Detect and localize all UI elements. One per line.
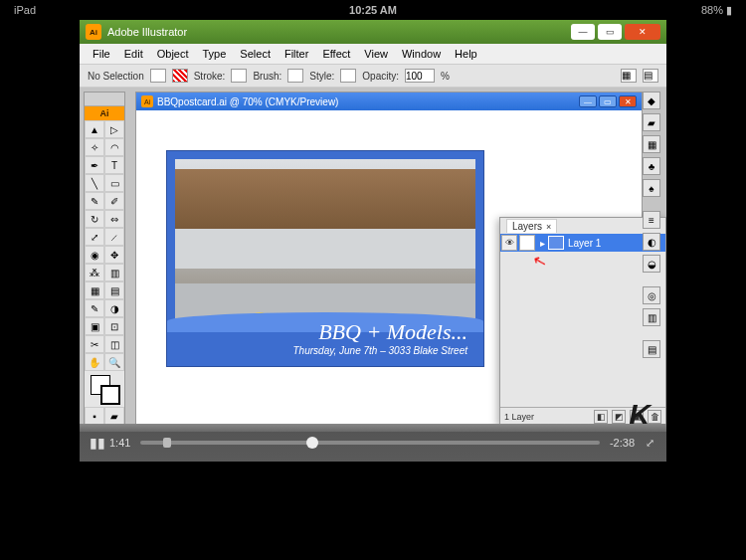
- document-title: BBQpostcard.ai @ 70% (CMYK/Preview): [157, 96, 577, 107]
- menu-window[interactable]: Window: [395, 48, 448, 60]
- postcard-subheading: Thursday, June 7th – 3033 Blake Street: [293, 345, 467, 356]
- crop-area-tool[interactable]: ⊡: [104, 317, 124, 335]
- mesh-tool[interactable]: ▦: [85, 281, 104, 299]
- doc-close-button[interactable]: ✕: [619, 95, 637, 107]
- gradient-mode-icon[interactable]: ▰: [104, 407, 124, 425]
- pencil-tool[interactable]: ✐: [104, 192, 124, 210]
- eraser-tool[interactable]: ◫: [104, 335, 124, 353]
- lasso-tool[interactable]: ◠: [104, 138, 124, 156]
- free-transform-tool[interactable]: ✥: [104, 246, 124, 264]
- doc-maximize-button[interactable]: ▭: [599, 95, 617, 107]
- pause-button[interactable]: ▮▮: [90, 435, 109, 451]
- slice-tool[interactable]: ✂: [85, 335, 104, 353]
- fullscreen-button[interactable]: ⤢: [643, 437, 656, 450]
- prefs-icon[interactable]: ▤: [643, 69, 658, 83]
- right-panel-dock: ◆ ▰ ▦ ♣ ♠ ≡ ◐ ◒ ◎ ▥ ▤: [643, 92, 662, 358]
- brush-label: Brush:: [253, 71, 281, 82]
- rectangle-tool[interactable]: ▭: [104, 174, 124, 192]
- graphic-styles-panel-icon[interactable]: ▥: [643, 308, 660, 326]
- layer-row[interactable]: 👁 ▸ Layer 1 ○: [500, 234, 665, 252]
- make-clipping-mask-button[interactable]: ◧: [594, 410, 608, 424]
- create-sublayer-button[interactable]: ◩: [612, 410, 626, 424]
- ipad-status-bar: iPad 10:25 AM 88% ▮: [0, 0, 746, 20]
- layers-tab[interactable]: Layers×: [500, 218, 665, 234]
- doc-setup-icon[interactable]: ▦: [621, 69, 637, 83]
- stroke-swatch[interactable]: [172, 69, 188, 83]
- shear-tool[interactable]: ⟋: [104, 228, 124, 246]
- postcard-text: BBQ + Models... Thursday, June 7th – 303…: [293, 319, 467, 356]
- magic-wand-tool[interactable]: ✧: [85, 138, 104, 156]
- layers-panel[interactable]: Layers× 👁 ▸ Layer 1 ○ 1 Layer ◧ ◩ ▣: [499, 217, 666, 426]
- video-controls: ▮▮ 1:41 -2:38 ⤢: [80, 424, 666, 462]
- close-icon[interactable]: ×: [546, 222, 551, 232]
- ipad-device-label: iPad: [14, 4, 254, 16]
- stroke-weight[interactable]: [231, 69, 247, 83]
- document-titlebar[interactable]: Ai BBQpostcard.ai @ 70% (CMYK/Preview) —…: [136, 93, 642, 110]
- scrubber-playhead[interactable]: [306, 437, 318, 449]
- warp-tool[interactable]: ◉: [85, 246, 104, 264]
- tools-panel-toggle[interactable]: ◆: [643, 92, 660, 109]
- menu-help[interactable]: Help: [448, 48, 484, 60]
- close-button[interactable]: ✕: [625, 24, 660, 40]
- scale-tool[interactable]: ⤢: [85, 228, 104, 246]
- doc-minimize-button[interactable]: —: [579, 95, 597, 107]
- layer-thumbnail[interactable]: [548, 236, 564, 250]
- style-label: Style:: [309, 71, 334, 82]
- minimize-button[interactable]: —: [571, 24, 595, 40]
- opacity-input[interactable]: [405, 69, 435, 83]
- symbol-sprayer-tool[interactable]: ⁂: [85, 264, 104, 281]
- brushes-panel-icon[interactable]: ♣: [643, 157, 660, 175]
- fill-stroke-controls[interactable]: [85, 371, 124, 407]
- menu-file[interactable]: File: [86, 48, 117, 60]
- elapsed-time: 1:41: [109, 437, 130, 449]
- menu-type[interactable]: Type: [196, 48, 234, 60]
- gradient-panel-icon[interactable]: ◐: [643, 233, 660, 251]
- pen-tool[interactable]: ✒: [85, 156, 104, 174]
- stroke-panel-icon[interactable]: ≡: [643, 211, 660, 229]
- scrubber-start-marker[interactable]: [163, 438, 171, 448]
- color-panel-icon[interactable]: ▰: [643, 113, 660, 131]
- transparency-panel-icon[interactable]: ◒: [643, 255, 660, 273]
- stroke-color[interactable]: [100, 385, 120, 405]
- direct-selection-tool[interactable]: ▷: [104, 120, 124, 138]
- layer-name[interactable]: Layer 1: [568, 238, 650, 249]
- postcard-artwork[interactable]: BBQ + Models... Thursday, June 7th – 303…: [166, 150, 484, 367]
- visibility-toggle[interactable]: 👁: [501, 235, 517, 251]
- fill-swatch[interactable]: [150, 69, 166, 83]
- menu-filter[interactable]: Filter: [278, 48, 315, 60]
- style-picker[interactable]: [340, 69, 356, 83]
- opacity-unit: %: [441, 71, 450, 82]
- maximize-button[interactable]: ▭: [598, 24, 622, 40]
- zoom-tool[interactable]: 🔍: [104, 353, 124, 371]
- lock-toggle[interactable]: [519, 235, 535, 251]
- app-titlebar[interactable]: Ai Adobe Illustrator — ▭ ✕: [80, 20, 666, 44]
- swatches-panel-icon[interactable]: ▦: [643, 135, 660, 153]
- gradient-tool[interactable]: ▤: [104, 281, 124, 299]
- brush-picker[interactable]: [287, 69, 303, 83]
- graph-tool[interactable]: ▥: [104, 264, 124, 281]
- selection-tool[interactable]: ▲: [85, 120, 104, 138]
- scrubber[interactable]: [140, 441, 600, 445]
- paintbrush-tool[interactable]: ✎: [85, 192, 104, 210]
- type-tool[interactable]: T: [104, 156, 124, 174]
- blend-tool[interactable]: ◑: [104, 299, 124, 317]
- menu-object[interactable]: Object: [150, 48, 196, 60]
- menu-view[interactable]: View: [357, 48, 395, 60]
- color-mode-icon[interactable]: ▪: [85, 407, 104, 425]
- reflect-tool[interactable]: ⇔: [104, 210, 124, 228]
- postcard-heading: BBQ + Models...: [293, 319, 467, 345]
- toolbox: Ai ▲▷ ✧◠ ✒T ╲▭ ✎✐ ↻⇔ ⤢⟋ ◉✥ ⁂▥ ▦▤ ✎◑ ▣⊡ ✂…: [84, 92, 125, 444]
- layers-panel-icon[interactable]: ▤: [643, 340, 660, 358]
- live-paint-tool[interactable]: ▣: [85, 317, 104, 335]
- rotate-tool[interactable]: ↻: [85, 210, 104, 228]
- hand-tool[interactable]: ✋: [85, 353, 104, 371]
- appearance-panel-icon[interactable]: ◎: [643, 286, 660, 304]
- line-tool[interactable]: ╲: [85, 174, 104, 192]
- menu-edit[interactable]: Edit: [117, 48, 150, 60]
- eyedropper-tool[interactable]: ✎: [85, 299, 104, 317]
- toolbox-header[interactable]: [85, 93, 124, 106]
- menu-effect[interactable]: Effect: [315, 48, 357, 60]
- symbols-panel-icon[interactable]: ♠: [643, 179, 660, 197]
- menu-select[interactable]: Select: [233, 48, 278, 60]
- expand-triangle-icon[interactable]: ▸: [536, 238, 548, 249]
